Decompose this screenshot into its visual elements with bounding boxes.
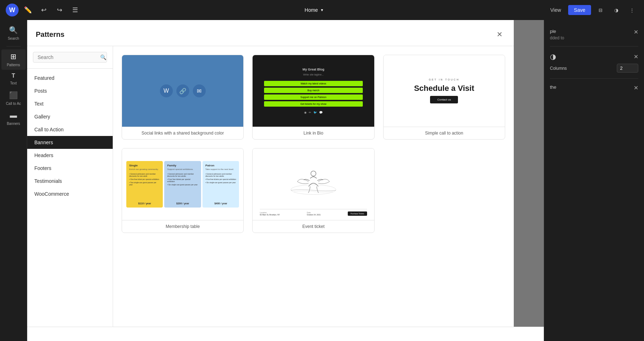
patterns-nav-item-headers[interactable]: Headers xyxy=(27,149,113,162)
options-icon[interactable]: ⋮ xyxy=(625,4,638,16)
membership-tier-family-details: • General admission and member discounts… xyxy=(167,173,198,177)
linkinbio-tagline: Write site tagline... xyxy=(303,73,323,76)
pattern-item-link-in-bio[interactable]: My Great Blog Write site tagline... Watc… xyxy=(252,55,374,140)
patterns-nav-item-posts[interactable]: Posts xyxy=(27,84,113,97)
patterns-nav-item-call-to-action[interactable]: Call to Action xyxy=(27,123,113,136)
sidebar-item-search-label: Search xyxy=(8,36,19,40)
event-sketch-svg xyxy=(281,164,346,196)
linkinbio-btn-4: Get tickets for my show xyxy=(264,101,363,107)
patterns-nav-item-gallery[interactable]: Gallery xyxy=(27,110,113,123)
pattern-item-simple-cta[interactable]: GET IN TOUCH Schedule a Visit Contact us… xyxy=(383,55,505,140)
search-icon: 🔍 xyxy=(100,54,106,60)
right-panel-row-number: Columns xyxy=(550,64,638,73)
patterns-grid: W 🔗 ✉ Social links with a shared backgro… xyxy=(122,55,505,233)
membership-price-family: $200 / year xyxy=(167,202,198,205)
layout-icon[interactable]: ⊟ xyxy=(594,4,607,16)
banners-icon: ▬ xyxy=(10,111,17,120)
pattern-label-simple-cta: Simple call to action xyxy=(384,127,505,139)
right-panel-divider-2 xyxy=(550,78,638,79)
patterns-close-button[interactable]: ✕ xyxy=(494,29,505,40)
pattern-preview-membership: Single Enrich our growing community. • G… xyxy=(122,148,243,220)
sidebar-item-call-to-action[interactable]: ⬛ Call to Ac xyxy=(1,88,26,108)
patterns-grid-area: W 🔗 ✉ Social links with a shared backgro… xyxy=(113,46,514,341)
event-location: Location: 82 Main St, Brooklyn, NY xyxy=(260,211,280,216)
event-purchase-btn: Purchase Tickets xyxy=(348,211,367,216)
sidebar-item-patterns-label: Patterns xyxy=(7,63,20,67)
contrast-display-icon: ◑ xyxy=(550,52,556,61)
right-panel-section-2: ◑ ✕ Columns xyxy=(550,52,638,73)
chevron-down-icon: ▾ xyxy=(321,8,323,13)
list-view-icon[interactable]: ☰ xyxy=(69,4,82,16)
pattern-item-membership[interactable]: Single Enrich our growing community. • G… xyxy=(122,148,244,233)
patterns-nav-item-woocommerce[interactable]: WooCommerce xyxy=(27,187,113,200)
pattern-label-social-links: Social links with a shared background co… xyxy=(122,127,243,139)
pattern-preview-simple-cta: GET IN TOUCH Schedule a Visit Contact us xyxy=(384,55,505,127)
sidebar-item-text[interactable]: T Text xyxy=(1,70,26,88)
call-to-action-icon: ⬛ xyxy=(9,91,18,99)
linkinbio-social-2: ✏ xyxy=(309,111,311,114)
membership-card-patron: Patron Take support to the next level. •… xyxy=(203,161,239,208)
top-bar-right: View Save ⊟ ◑ ⋮ xyxy=(546,4,638,16)
main-content: Patterns ✕ 🔍 Featured Posts Text Gallery xyxy=(27,20,544,341)
edit-icon[interactable]: ✏️ xyxy=(21,4,34,16)
linkinbio-social-1: ◉ xyxy=(304,111,307,114)
linkinbio-social-4: 💬 xyxy=(319,111,323,114)
right-panel-section-3: ✕ the xyxy=(550,84,638,90)
pattern-item-social-links[interactable]: W 🔗 ✉ Social links with a shared backgro… xyxy=(122,55,244,140)
linkinbio-social-3: 🐦 xyxy=(313,111,317,114)
patterns-body: 🔍 Featured Posts Text Gallery Call to Ac… xyxy=(27,46,514,341)
sidebar-item-search[interactable]: 🔍 Search xyxy=(1,23,26,43)
membership-price-single: $110 / year xyxy=(129,202,160,205)
linkinbio-btn-2: Buy merch xyxy=(264,88,363,93)
undo-icon[interactable]: ↩ xyxy=(37,4,50,16)
patterns-nav-item-text[interactable]: Text xyxy=(27,97,113,110)
membership-tier-single-sub: Enrich our growing community. xyxy=(129,168,160,170)
right-panel-close-1[interactable]: ✕ xyxy=(634,29,638,35)
columns-input[interactable] xyxy=(617,64,638,73)
cta-button: Contact us xyxy=(430,96,458,103)
pattern-label-membership: Membership table xyxy=(122,220,243,233)
patterns-modal-title: Patterns xyxy=(36,30,64,39)
page-title: Home xyxy=(304,7,318,13)
sidebar-item-banners[interactable]: ▬ Banners xyxy=(1,108,26,128)
top-bar-left: W ✏️ ↩ ↪ ☰ xyxy=(6,4,82,16)
right-panel-text-1: ple xyxy=(550,29,638,34)
pattern-preview-event: Location: 82 Main St, Brooklyn, NY Date:… xyxy=(253,148,374,220)
linkinbio-btn-3: Support me on Patreon xyxy=(264,94,363,100)
patterns-nav: 🔍 Featured Posts Text Gallery Call to Ac… xyxy=(27,46,113,341)
patterns-search-input-wrap: 🔍 xyxy=(33,52,107,63)
right-panel-divider-1 xyxy=(550,46,638,47)
patterns-nav-item-featured[interactable]: Featured xyxy=(27,72,113,84)
membership-card-single: Single Enrich our growing community. • G… xyxy=(126,161,163,208)
membership-tier-patron: Patron xyxy=(205,164,236,167)
patterns-search-input[interactable] xyxy=(38,54,100,60)
social-wp-icon: W xyxy=(160,84,173,97)
patterns-nav-item-footers[interactable]: Footers xyxy=(27,162,113,175)
save-button[interactable]: Save xyxy=(568,5,591,15)
contrast-icon[interactable]: ◑ xyxy=(610,4,623,16)
patterns-nav-item-banners[interactable]: Banners xyxy=(27,136,113,149)
sidebar-item-patterns[interactable]: ⊞ Patterns xyxy=(1,49,26,70)
membership-tier-patron-ticket: • Five free tickets per special exhibiti… xyxy=(205,178,236,180)
patterns-nav-item-testimonials[interactable]: Testimonials xyxy=(27,175,113,187)
patterns-search-box: 🔍 xyxy=(27,52,113,69)
wp-logo[interactable]: W xyxy=(6,4,19,16)
membership-price-patron: $400 / year xyxy=(205,202,236,205)
patterns-header: Patterns ✕ xyxy=(27,20,514,46)
right-panel-close-2[interactable]: ✕ xyxy=(634,53,638,60)
membership-tier-patron-guest: • Six single-use guest passes per year xyxy=(205,181,236,184)
redo-icon[interactable]: ↪ xyxy=(53,4,66,16)
linkinbio-blog-title: My Great Blog xyxy=(302,68,324,71)
right-panel-close-3[interactable]: ✕ xyxy=(634,84,638,91)
view-button[interactable]: View xyxy=(546,5,565,15)
membership-tier-family: Family xyxy=(167,164,198,167)
membership-tier-single-ticket: • One free ticket per special exhibition xyxy=(129,178,160,180)
membership-tier-patron-sub: Take support to the next level. xyxy=(205,168,236,170)
pattern-preview-social-links: W 🔗 ✉ xyxy=(122,55,243,127)
cta-eyebrow: GET IN TOUCH xyxy=(429,78,459,81)
pattern-item-event[interactable]: Location: 82 Main St, Brooklyn, NY Date:… xyxy=(252,148,374,233)
modal-overlay: Patterns ✕ 🔍 Featured Posts Text Gallery xyxy=(27,20,544,341)
patterns-icon: ⊞ xyxy=(10,52,16,61)
right-panel-section-1: ✕ ple dded to xyxy=(550,26,638,40)
text-icon: T xyxy=(12,73,15,79)
